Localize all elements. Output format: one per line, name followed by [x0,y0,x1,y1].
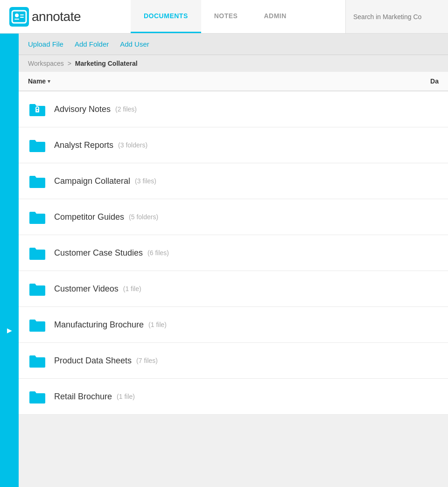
file-list-header: Name ▾ Da [19,72,448,91]
svg-point-1 [15,14,19,17]
file-name: Customer Case Studies [54,248,143,258]
nav-tab-documents[interactable]: DOCUMENTS [131,0,201,33]
list-item[interactable]: Competitor Guides (5 folders) [19,199,448,235]
list-item[interactable]: Retail Brochure (1 file) [19,379,448,415]
folder-icon [28,208,47,226]
list-item[interactable]: Customer Videos (1 file) [19,271,448,307]
folder-icon [28,172,47,190]
list-item[interactable]: Advisory Notes (2 files) [19,91,448,127]
file-name: Analyst Reports [54,140,113,150]
add-folder-button[interactable]: Add Folder [75,40,109,48]
file-name: Manufacturing Brochure [54,320,144,330]
list-item[interactable]: Product Data Sheets (7 files) [19,343,448,379]
file-meta: (3 folders) [118,141,147,149]
logo-text: annotate [32,9,81,24]
sort-by-name[interactable]: Name ▾ [28,77,401,85]
content-area: Upload File Add Folder Add User Workspac… [19,34,448,487]
file-meta: (1 file) [117,393,135,400]
file-meta: (3 files) [135,177,156,185]
breadcrumb: Workspaces > Marketing Collateral [19,55,448,72]
folder-icon [28,351,47,370]
breadcrumb-separator: > [68,60,71,67]
header: annotate DOCUMENTS NOTES ADMIN [0,0,448,34]
list-item[interactable]: Campaign Collateral (3 files) [19,163,448,199]
file-list: Name ▾ Da Advisory Notes (2 files) [19,72,448,415]
folder-icon [28,244,47,262]
svg-point-6 [37,110,38,111]
folder-icon [28,387,47,406]
svg-rect-4 [20,17,24,18]
sidebar: ▶ [0,34,19,487]
svg-rect-2 [14,19,19,20]
add-user-button[interactable]: Add User [120,40,149,48]
nav-tabs: DOCUMENTS NOTES ADMIN [131,0,345,33]
file-name: Advisory Notes [54,104,111,114]
file-meta: (6 files) [147,249,169,257]
toolbar: Upload File Add Folder Add User [19,34,448,55]
breadcrumb-current: Marketing Collateral [75,60,138,67]
file-name: Retail Brochure [54,392,112,402]
file-meta: (1 file) [123,285,141,292]
col-name-label: Name [28,77,46,85]
search-input[interactable] [353,13,437,21]
file-name: Product Data Sheets [54,356,132,366]
nav-tab-admin[interactable]: ADMIN [251,0,299,33]
file-name: Competitor Guides [54,212,124,222]
file-name: Customer Videos [54,284,119,294]
file-meta: (5 folders) [129,213,158,221]
sidebar-toggle-arrow[interactable]: ▶ [7,327,12,334]
file-meta: (1 file) [148,321,167,328]
svg-rect-3 [20,14,24,15]
col-date-label: Da [401,77,439,85]
file-meta: (7 files) [136,357,158,364]
list-item[interactable]: Analyst Reports (3 folders) [19,127,448,163]
locked-folder-icon [28,100,47,118]
nav-tab-notes[interactable]: NOTES [201,0,251,33]
svg-rect-0 [12,11,26,23]
logo-icon [9,7,29,27]
folder-icon [28,315,47,334]
main-container: ▶ Upload File Add Folder Add User Worksp… [0,34,448,487]
search-area [345,0,448,33]
list-item[interactable]: Manufacturing Brochure (1 file) [19,307,448,343]
folder-icon [28,136,47,154]
upload-file-button[interactable]: Upload File [28,40,63,48]
sort-chevron-icon: ▾ [48,78,50,84]
folder-icon [28,279,47,298]
file-meta: (2 files) [115,105,137,113]
list-item[interactable]: Customer Case Studies (6 files) [19,235,448,271]
file-name: Campaign Collateral [54,176,130,186]
logo-area: annotate [0,0,131,33]
breadcrumb-workspace[interactable]: Workspaces [28,60,64,67]
